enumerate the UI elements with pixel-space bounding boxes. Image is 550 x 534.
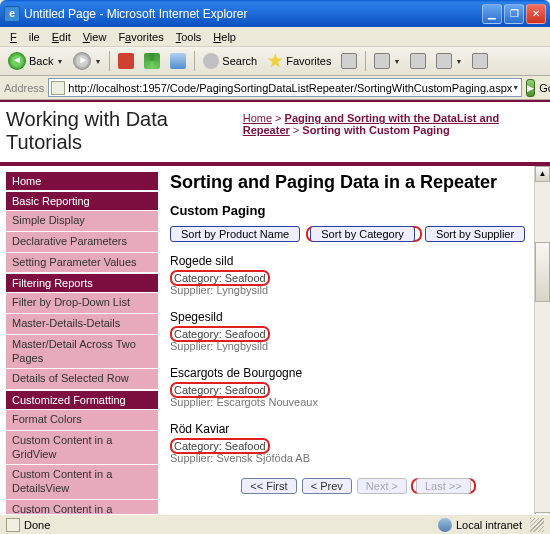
scroll-down-icon[interactable]: ▼: [535, 512, 550, 514]
pager-next-button[interactable]: Next >: [357, 478, 407, 494]
nav-home[interactable]: Home: [6, 172, 158, 190]
window-title: Untitled Page - Microsoft Internet Explo…: [24, 7, 482, 21]
page-icon: [6, 518, 20, 532]
product-name: Röd Kaviar: [170, 422, 546, 436]
product-category: Category: Seafood: [174, 328, 266, 340]
product-supplier: Supplier: Svensk Sjöföda AB: [170, 452, 546, 464]
menu-favorites[interactable]: Favorites: [112, 29, 169, 45]
sort-buttons: Sort by Product Name Sort by Category So…: [170, 226, 546, 242]
search-button[interactable]: Search: [199, 51, 261, 71]
product-supplier: Supplier: Escargots Nouveaux: [170, 396, 546, 408]
page-viewport: Working with Data Tutorials Home > Pagin…: [0, 100, 550, 514]
sort-by-name-button[interactable]: Sort by Product Name: [170, 226, 300, 242]
menu-view[interactable]: View: [77, 29, 113, 45]
ie-icon: e: [4, 6, 20, 22]
nav-item[interactable]: Simple Display: [6, 211, 158, 231]
nav-customized-formatting[interactable]: Customized Formatting: [6, 391, 158, 409]
maximize-button[interactable]: ❐: [504, 4, 524, 24]
media-button[interactable]: [337, 51, 361, 71]
back-button[interactable]: Back▼: [4, 50, 67, 72]
security-zone: Local intranet: [438, 518, 522, 532]
stop-button[interactable]: [114, 51, 138, 71]
menu-file[interactable]: File: [4, 29, 46, 45]
nav-item[interactable]: Master-Details-Details: [6, 314, 158, 334]
address-input[interactable]: http://localhost:1957/Code/PagingSorting…: [48, 78, 522, 97]
window-titlebar: e Untitled Page - Microsoft Internet Exp…: [0, 0, 550, 27]
product-item: Spegesild Category: Seafood Supplier: Ly…: [170, 310, 546, 352]
sidebar: Home Basic Reporting Simple Display Decl…: [0, 166, 160, 514]
pager: << First < Prev Next > Last >>: [170, 478, 546, 494]
product-item: Rogede sild Category: Seafood Supplier: …: [170, 254, 546, 296]
print-button[interactable]: [406, 51, 430, 71]
nav-basic-reporting[interactable]: Basic Reporting: [6, 192, 158, 210]
zone-label: Local intranet: [456, 519, 522, 531]
nav-item[interactable]: Filter by Drop-Down List: [6, 293, 158, 313]
nav-item[interactable]: Declarative Parameters: [6, 232, 158, 252]
nav-item[interactable]: Custom Content in a DetailsView: [6, 465, 158, 499]
breadcrumb-current: Sorting with Custom Paging: [302, 124, 449, 136]
product-supplier: Supplier: Lyngbysild: [170, 284, 546, 296]
product-name: Rogede sild: [170, 254, 546, 268]
close-button[interactable]: ✕: [526, 4, 546, 24]
nav-item[interactable]: Master/Detail Across Two Pages: [6, 335, 158, 369]
go-label: Go: [539, 82, 550, 94]
home-button[interactable]: [166, 51, 190, 71]
menu-edit[interactable]: Edit: [46, 29, 77, 45]
separator: [194, 51, 195, 71]
chevron-down-icon: ▼: [94, 58, 101, 65]
chevron-down-icon: ▼: [455, 58, 462, 65]
menu-tools[interactable]: Tools: [170, 29, 208, 45]
discuss-button[interactable]: [468, 51, 492, 71]
scroll-up-icon[interactable]: ▲: [535, 166, 550, 182]
nav-item[interactable]: Setting Parameter Values: [6, 253, 158, 273]
nav-item[interactable]: Custom Content in a FormView: [6, 500, 158, 514]
product-name: Spegesild: [170, 310, 546, 324]
star-icon: [267, 53, 283, 69]
pager-last-button[interactable]: Last >>: [416, 478, 471, 494]
pager-first-button[interactable]: << First: [241, 478, 296, 494]
resize-grip[interactable]: [530, 518, 544, 532]
edit-button[interactable]: ▼: [432, 51, 466, 71]
address-bar: Address http://localhost:1957/Code/Pagin…: [0, 76, 550, 100]
status-text: Done: [24, 519, 50, 531]
chevron-down-icon: ▼: [393, 58, 400, 65]
nav-item[interactable]: Custom Content in a GridView: [6, 431, 158, 465]
discuss-icon: [472, 53, 488, 69]
media-icon: [341, 53, 357, 69]
breadcrumb-home[interactable]: Home: [243, 112, 272, 124]
callout-sort-category: Sort by Category: [306, 226, 422, 242]
chevron-down-icon[interactable]: ▼: [512, 84, 519, 91]
nav-item[interactable]: Details of Selected Row: [6, 369, 158, 389]
callout-pager-last: Last >>: [411, 478, 476, 494]
forward-icon: [73, 52, 91, 70]
favorites-button[interactable]: Favorites: [263, 51, 335, 71]
vertical-scrollbar[interactable]: ▲ ▼: [534, 166, 550, 514]
address-label: Address: [4, 82, 44, 94]
stop-icon: [118, 53, 134, 69]
mail-icon: [374, 53, 390, 69]
mail-button[interactable]: ▼: [370, 51, 404, 71]
product-item: Röd Kaviar Category: Seafood Supplier: S…: [170, 422, 546, 464]
page-icon: [51, 81, 65, 95]
product-category: Category: Seafood: [174, 272, 266, 284]
sort-by-supplier-button[interactable]: Sort by Supplier: [425, 226, 525, 242]
nav-filtering-reports[interactable]: Filtering Reports: [6, 274, 158, 292]
product-category: Category: Seafood: [174, 384, 266, 396]
nav-item[interactable]: Format Colors: [6, 410, 158, 430]
pager-prev-button[interactable]: < Prev: [302, 478, 352, 494]
forward-button[interactable]: ▼: [69, 50, 105, 72]
product-name: Escargots de Bourgogne: [170, 366, 546, 380]
refresh-button[interactable]: [140, 51, 164, 71]
menu-help[interactable]: Help: [207, 29, 242, 45]
sub-heading: Custom Paging: [170, 203, 546, 218]
intranet-icon: [438, 518, 452, 532]
minimize-button[interactable]: ▁: [482, 4, 502, 24]
favorites-label: Favorites: [286, 55, 331, 67]
toolbar: Back▼ ▼ Search Favorites ▼ ▼: [0, 47, 550, 76]
go-button[interactable]: ▶: [526, 79, 535, 97]
scroll-thumb[interactable]: [535, 242, 550, 302]
search-label: Search: [222, 55, 257, 67]
site-title: Working with Data Tutorials: [6, 108, 243, 154]
search-icon: [203, 53, 219, 69]
sort-by-category-button[interactable]: Sort by Category: [310, 226, 415, 242]
